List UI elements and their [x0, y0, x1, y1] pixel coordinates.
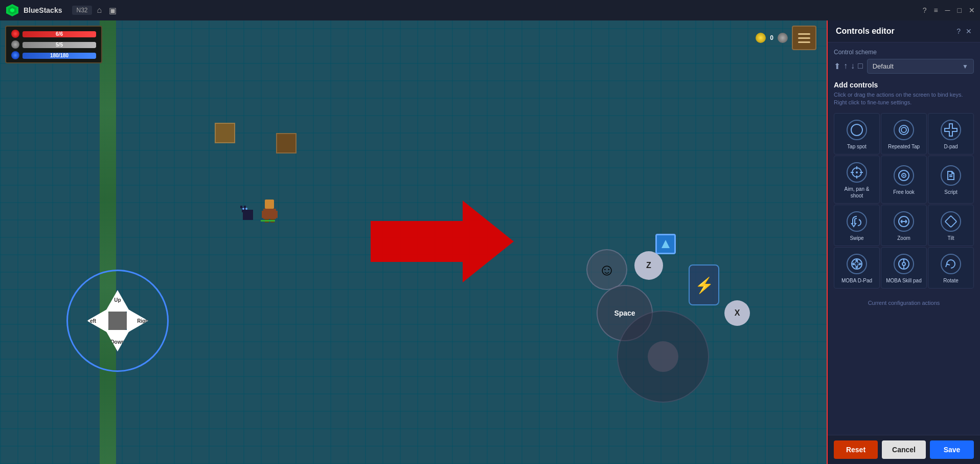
hp-bar-wrap: 6/6	[22, 31, 96, 37]
control-scheme-row: ⬆ ↑ ↓ □ Default ▼	[834, 59, 974, 74]
dpad-up-button[interactable]: Up	[105, 290, 130, 312]
dpad-down-label: Down	[110, 339, 124, 345]
svg-point-7	[242, 208, 244, 210]
dropdown-arrow-icon: ▼	[962, 63, 968, 70]
x-button[interactable]: X	[724, 300, 750, 326]
control-repeated-tap[interactable]: Repeated Tap	[881, 113, 927, 154]
control-tilt[interactable]: Tilt	[928, 205, 974, 246]
svg-marker-17	[371, 201, 514, 282]
dpad-control-label: D-pad	[944, 143, 958, 150]
control-swipe[interactable]: Swipe	[834, 205, 880, 246]
mana-icon	[11, 51, 19, 59]
close-button[interactable]: ✕	[969, 6, 975, 14]
svg-point-29	[903, 175, 905, 176]
toolbar-icons: ⌂ ▣	[97, 6, 117, 15]
tilt-label: Tilt	[948, 235, 954, 241]
indicator-icon	[660, 239, 671, 249]
player-character	[261, 200, 279, 225]
red-arrow	[371, 190, 514, 295]
save-scheme-icon[interactable]: □	[858, 61, 863, 71]
main-content: 6/6 5/5 180/180	[0, 20, 980, 464]
control-moba-skill-pad[interactable]: MOBA Skill pad	[881, 247, 927, 289]
hp-row: 6/6	[11, 30, 96, 38]
scheme-action-icons: ⬆ ↑ ↓ □	[834, 61, 863, 71]
joystick-inner	[648, 341, 678, 372]
control-dpad[interactable]: D-pad	[928, 113, 974, 154]
minimize-button[interactable]: ─	[945, 6, 950, 14]
reset-button[interactable]: Reset	[834, 440, 878, 459]
dpad-left-button[interactable]: Left	[87, 308, 108, 333]
moba-dpad-icon	[847, 254, 867, 274]
repeated-tap-icon	[894, 120, 914, 140]
scheme-value: Default	[873, 62, 894, 70]
control-moba-dpad[interactable]: MOBA D-Pad	[834, 247, 880, 289]
control-rotate[interactable]: Rotate	[928, 247, 974, 289]
save-button[interactable]: Save	[930, 440, 974, 459]
swipe-label: Swipe	[850, 235, 863, 241]
svg-rect-15	[261, 220, 275, 222]
dpad-right-button[interactable]: Right	[127, 308, 148, 333]
dpad-control-icon	[941, 120, 961, 140]
lightning-indicator: ⚡	[689, 264, 719, 305]
mana-row: 180/180	[11, 51, 96, 59]
moba-skill-pad-icon	[894, 254, 914, 274]
dpad-down-button[interactable]: Down	[105, 330, 130, 351]
dpad-container: Up Down Left Right	[66, 270, 169, 372]
control-aim-pan-shoot[interactable]: Aim, pan & shoot	[834, 156, 880, 204]
dpad-right-label: Right	[137, 318, 150, 324]
control-free-look[interactable]: Free look	[881, 156, 927, 204]
panel-body: Control scheme ⬆ ↑ ↓ □ Default ▼ Add con…	[828, 42, 980, 435]
panel-help-icon[interactable]: ?	[956, 27, 961, 35]
tilt-icon	[941, 211, 961, 232]
panel-header-icons: ? ✕	[956, 27, 972, 35]
shield-bar-wrap: 5/5	[22, 42, 96, 48]
menu-line-2	[798, 37, 810, 39]
shield-row: 5/5	[11, 40, 96, 49]
dpad-left-label: Left	[87, 318, 96, 324]
cancel-button[interactable]: Cancel	[882, 440, 926, 459]
add-controls-desc: Click or drag the actions on the screen …	[834, 91, 974, 107]
menu-button[interactable]	[792, 26, 816, 50]
heart-icon	[11, 30, 19, 38]
blue-indicator	[655, 234, 676, 254]
control-tap-spot[interactable]: Tap spot	[834, 113, 880, 154]
svg-rect-6	[244, 206, 246, 208]
vine-column	[100, 20, 116, 464]
export-icon[interactable]: ↑	[844, 61, 848, 71]
upload-icon[interactable]: ⬆	[834, 61, 840, 71]
current-config-label: Current configuration actions	[834, 296, 974, 310]
mana-text: 180/180	[22, 53, 96, 58]
help-button[interactable]: ?	[923, 6, 927, 14]
zoom-label: Zoom	[897, 235, 910, 241]
coin-icon	[756, 33, 766, 43]
add-controls-title: Add controls	[834, 81, 974, 89]
tap-spot-label: Tap spot	[847, 143, 867, 150]
z-button[interactable]: Z	[634, 251, 663, 280]
hp-text: 6/6	[22, 31, 96, 37]
scheme-dropdown[interactable]: Default ▼	[867, 59, 974, 74]
panel-close-icon[interactable]: ✕	[966, 27, 972, 35]
titlebar: BlueStacks N32 ⌂ ▣ ? ≡ ─ □ ✕	[0, 0, 980, 20]
svg-rect-9	[265, 200, 274, 209]
control-zoom[interactable]: Zoom	[881, 205, 927, 246]
import-icon[interactable]: ↓	[851, 61, 855, 71]
x-button-label: X	[735, 308, 740, 318]
svg-point-26	[856, 171, 858, 173]
svg-point-20	[901, 127, 906, 132]
control-script[interactable]: Script	[928, 156, 974, 204]
svg-rect-5	[240, 206, 242, 208]
moba-dpad-label: MOBA D-Pad	[841, 277, 872, 284]
hud-icons: 0	[756, 26, 816, 50]
dpad-center	[108, 312, 127, 330]
dpad-circle: Up Down Left Right	[66, 270, 169, 372]
rotate-label: Rotate	[943, 277, 958, 284]
window-icon[interactable]: ▣	[109, 6, 117, 15]
joystick-outer	[617, 311, 709, 403]
smiley-overlay: ☺	[586, 249, 627, 290]
home-icon[interactable]: ⌂	[97, 6, 102, 15]
smiley-icon: ☺	[599, 260, 616, 279]
joystick-container	[617, 311, 709, 403]
maximize-button[interactable]: □	[958, 6, 962, 14]
menu-button[interactable]: ≡	[933, 6, 938, 14]
aim-pan-shoot-icon	[847, 162, 867, 183]
